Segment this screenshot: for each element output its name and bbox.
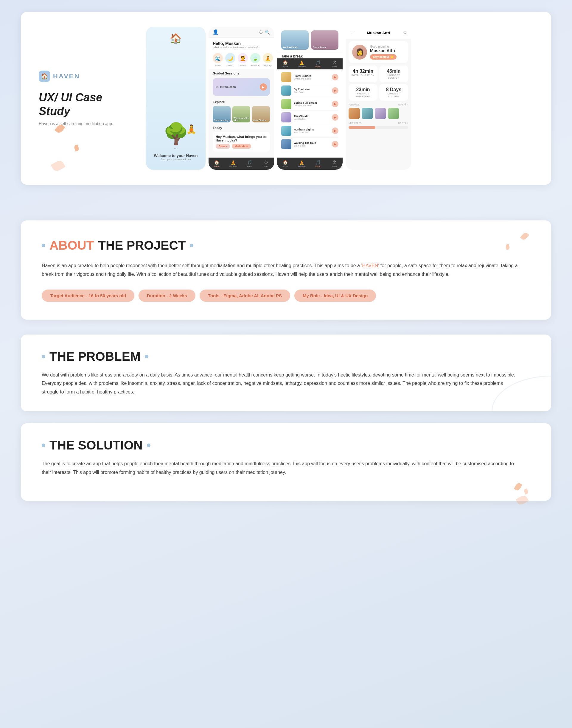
nav-timer[interactable]: ⏱ Timer: [258, 160, 274, 167]
tag-meditation[interactable]: Meditation: [232, 144, 251, 149]
fav-thumb-1[interactable]: [349, 108, 360, 119]
home-nav-bar: 🏠 Home 🧘 Meditate 🎵 Music ⏱ Timer: [209, 158, 274, 170]
icon-sleep[interactable]: 🌙 Sleep: [225, 53, 235, 67]
icon-mindify[interactable]: 🧘 Mindify: [263, 53, 273, 67]
track-4[interactable]: The Clouds Lex Garfon ▶: [281, 111, 339, 124]
relax-label: Relax: [215, 64, 221, 67]
intro-play-btn[interactable]: ▶: [260, 83, 267, 90]
track-5[interactable]: Northern Lights Marcus Profit ▶: [281, 124, 339, 138]
music-nav-meditate-icon: 🧘: [299, 160, 304, 165]
icon-stress[interactable]: 💆 Stress: [238, 53, 248, 67]
music-nav-home-label: Home: [282, 165, 288, 167]
nav-home-label: Home: [214, 165, 220, 167]
music-tab-home[interactable]: 🏠 Home: [277, 60, 293, 68]
intro-session-card[interactable]: 01. Introduction ▶: [213, 78, 270, 96]
today-label: Today: [209, 124, 274, 131]
hero-screens: 🏠 🌳 🧘 ··· Welcome to your Haven Start yo…: [146, 27, 533, 170]
profile-back-btn[interactable]: ←: [350, 30, 354, 35]
music-nav-meditate[interactable]: 🧘 Meditate: [293, 160, 310, 167]
music-tab-home-icon: 🏠: [283, 60, 288, 65]
tag-target-audience: Target Audience - 16 to 50 years old: [42, 290, 134, 302]
mindify-label: Mindify: [264, 64, 271, 67]
music-tab-music-label: Music: [315, 66, 320, 68]
icon-relax[interactable]: 🌊 Relax: [213, 53, 223, 67]
track-1-play[interactable]: ▶: [332, 74, 339, 80]
track-5-play[interactable]: ▶: [332, 128, 339, 134]
fav-thumb-3[interactable]: [375, 108, 386, 119]
search-icon[interactable]: 🔍: [265, 30, 270, 34]
nav-music[interactable]: 🎵 Music: [241, 160, 258, 167]
explore-thumb-2[interactable]: Whispers of the wind: [232, 106, 250, 123]
track-6[interactable]: Walking The Rain Jimin Scott ▶: [281, 138, 339, 151]
sol-leaf-2: [523, 488, 528, 495]
music-nav-home[interactable]: 🏠 Home: [277, 160, 293, 167]
problem-heading: THE PROBLEM: [42, 349, 530, 364]
music-thumb-label-2: Come home: [313, 46, 327, 49]
profile-sub-badge[interactable]: Stay positive 🌟: [370, 54, 397, 60]
about-heading-accent: ABOUT: [50, 238, 94, 252]
music-nav-home-icon: 🏠: [283, 160, 288, 165]
timer-nav-icon: ⏱: [264, 160, 268, 165]
nav-meditate[interactable]: 🧘 Meditate: [225, 160, 241, 167]
about-section: ABOUT THE PROJECT Haven is an app create…: [0, 209, 572, 335]
favorites-see-all[interactable]: See All ›: [398, 103, 408, 106]
music-tab-music-icon: 🎵: [315, 60, 320, 65]
hero-card: 🏠 HAVEN UX/ UI Case Study Haven is a sel…: [21, 12, 551, 185]
hero-logo: 🏠 HAVEN: [39, 71, 134, 82]
profile-avatar: 👩: [352, 45, 367, 60]
music-thumb-walk[interactable]: Walk with Me: [281, 30, 309, 50]
hero-title: UX/ UI Case Study: [39, 91, 134, 118]
problem-dot-right: [145, 355, 148, 358]
hero-section: 🏠 HAVEN UX/ UI Case Study Haven is a sel…: [0, 0, 572, 200]
music-nav-music-label: Music: [315, 165, 320, 167]
track-4-play[interactable]: ▶: [332, 114, 339, 121]
music-tab-music[interactable]: 🎵 Music: [310, 60, 326, 68]
solution-section: THE SOLUTION The goal is to create an ap…: [0, 423, 572, 519]
music-thumb-home[interactable]: Come home: [311, 30, 339, 50]
about-highlight: 'HAVEN': [361, 263, 379, 268]
profile-user-name: Muskan Attri: [370, 48, 397, 53]
music-tab-timer-label: Timer: [332, 66, 337, 68]
explore-label-2: Whispers of the wind: [233, 117, 250, 121]
mindify-circle: 🧘: [263, 53, 273, 63]
track-3-play[interactable]: ▶: [332, 101, 339, 107]
fav-thumb-2[interactable]: [362, 108, 373, 119]
track-4-title: The Clouds: [294, 115, 330, 118]
music-tab-meditate[interactable]: 🧘 Meditate: [293, 60, 310, 68]
tag-duration: Duration - 2 Weeks: [139, 290, 196, 302]
milestones-see-all[interactable]: See All ›: [398, 122, 408, 125]
nav-meditate-label: Meditate: [229, 165, 237, 167]
home-avatar-small: 👤: [213, 29, 219, 35]
music-tab-timer[interactable]: ⏱ Timer: [326, 60, 343, 68]
profile-gear-icon[interactable]: ⚙: [403, 30, 407, 35]
solution-dot-right: [147, 444, 150, 447]
relax-circle: 🌊: [213, 53, 223, 63]
nav-home[interactable]: 🏠 Home: [209, 160, 225, 167]
music-tab-meditate-icon: 🧘: [299, 60, 304, 65]
music-nav-music[interactable]: 🎵 Music: [310, 160, 326, 167]
music-list: Floral Sunset Simon the Seed ▶ By The La…: [277, 69, 343, 158]
explore-thumb-1[interactable]: Good morning: [213, 106, 231, 123]
profile-info-card: 👩 Good morning Muskan Attri Stay positiv…: [349, 41, 408, 63]
track-2[interactable]: By The Lake Jimi Scott ▶: [281, 84, 339, 97]
music-nav-timer[interactable]: ⏱ Timer: [326, 160, 343, 167]
explore-thumb-3[interactable]: Calm Stories: [252, 106, 270, 123]
guided-section-label: Guided Sessions: [209, 69, 274, 76]
fav-thumb-4[interactable]: [388, 108, 399, 119]
leaf-deco-2: [74, 145, 80, 152]
solution-heading: THE SOLUTION: [42, 438, 530, 452]
icon-breathe[interactable]: 🍃 Breathe: [250, 53, 260, 67]
problem-body: We deal with problems like stress and an…: [42, 371, 518, 396]
track-6-play[interactable]: ▶: [332, 141, 339, 147]
today-question: Hey Muskan, what brings you to Haven tod…: [216, 135, 267, 142]
music-tab-home-label: Home: [282, 66, 288, 68]
track-5-title: Northern Lights: [294, 128, 330, 131]
track-3[interactable]: Spring Full Bloom Demian the Seed ▶: [281, 97, 339, 111]
track-1[interactable]: Floral Sunset Simon the Seed ▶: [281, 71, 339, 84]
tag-stress[interactable]: Stress: [216, 144, 230, 149]
about-dot-left: [42, 244, 45, 247]
stat-total-value: 4h 32min: [352, 69, 374, 74]
track-2-play[interactable]: ▶: [332, 87, 339, 94]
clock-icon[interactable]: ⏱: [259, 30, 263, 34]
about-body-1: Haven is an app created to help people r…: [42, 263, 361, 268]
